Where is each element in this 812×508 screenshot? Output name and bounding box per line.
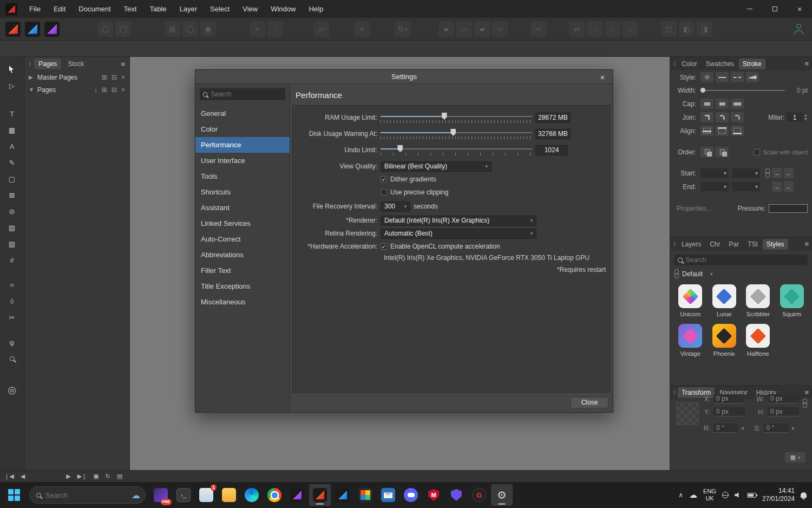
category-link-icon[interactable] (675, 269, 679, 278)
style-thumbnail[interactable] (678, 284, 702, 308)
undo-limit-slider[interactable] (381, 145, 532, 155)
add-master-page-icon[interactable]: ⊞ (102, 74, 107, 81)
style-item-phoenix[interactable]: Phoenix (708, 324, 742, 357)
taskbar-app-affinity-publisher[interactable] (309, 484, 331, 506)
tab-color[interactable]: Color (678, 58, 701, 69)
settings-nav-tools[interactable]: Tools (195, 168, 290, 184)
taskbar-app-affinity-designer[interactable] (332, 484, 353, 506)
style-item-unicorn[interactable]: Unicorn (673, 284, 708, 317)
menu-layer[interactable]: Layer (173, 0, 204, 18)
knife-tool-icon[interactable]: ✂ (5, 311, 19, 323)
photo-persona-icon[interactable] (44, 22, 60, 37)
delete-page-icon[interactable]: × (121, 86, 125, 94)
panel-grip-icon[interactable]: ‖ (29, 61, 31, 67)
volume-icon[interactable] (735, 492, 741, 498)
pressure-field[interactable] (769, 204, 808, 213)
toolbar-button-4[interactable]: ◯ (182, 21, 198, 37)
taskbar-search-box[interactable]: ☁ (29, 486, 146, 504)
ram-limit-slider[interactable] (381, 112, 532, 123)
end-swap-button[interactable]: → (772, 181, 782, 192)
join-round-button[interactable] (716, 112, 729, 122)
vector-crop-tool-icon[interactable]: # (5, 254, 19, 266)
taskbar-app-security-blue[interactable] (446, 484, 467, 506)
style-item-scribbler[interactable]: Scribbler (741, 284, 775, 317)
clock[interactable]: 14:41 27/01/2024 (762, 487, 795, 503)
tab-stock[interactable]: Stock (63, 58, 88, 69)
toolbar-button-17[interactable]: → (587, 21, 603, 37)
chevron-down-icon[interactable]: ▼ (29, 87, 37, 93)
next-page-icon[interactable]: ▶ (66, 473, 70, 480)
toolbar-button-9[interactable]: ≡ (354, 21, 370, 37)
settings-close-icon[interactable]: × (595, 70, 610, 84)
taskbar-app-settings[interactable]: ⚙ (491, 484, 513, 506)
menu-view[interactable]: View (236, 0, 264, 18)
shear-field[interactable]: 0 ° (764, 424, 789, 433)
toolbar-button-8[interactable]: ▭ (313, 21, 329, 37)
ellipse-tool-icon[interactable]: ⊘ (5, 205, 19, 217)
styles-category-select[interactable]: Default ▾ (682, 270, 713, 278)
tab-swatches[interactable]: Swatches (702, 58, 738, 69)
menu-text[interactable]: Text (117, 0, 143, 18)
taskbar-app-notifications-folder[interactable]: 1 (195, 484, 217, 506)
transform-options-button[interactable]: ▦▾ (785, 452, 806, 463)
link-start-end-icon[interactable] (765, 168, 770, 178)
style-thumbnail[interactable] (780, 284, 804, 308)
insert-pages-icon[interactable]: ↓ (94, 86, 97, 94)
designer-persona-icon[interactable] (25, 22, 40, 37)
taskbar-app-terminal[interactable]: ›_ (173, 484, 194, 506)
restore-button[interactable] (762, 0, 787, 18)
settings-nav-auto-correct[interactable]: Auto-Correct (195, 231, 290, 247)
settings-nav-title-exceptions[interactable]: Title Exceptions (195, 278, 290, 294)
toolbar-button-18[interactable]: ← (605, 21, 620, 37)
ram-limit-value[interactable]: 28672 MB (535, 113, 571, 123)
settings-nav-general[interactable]: General (195, 106, 290, 121)
taskbar-app-chrome[interactable] (264, 484, 285, 506)
stroke-dash-button[interactable] (731, 72, 744, 82)
language-indicator[interactable]: ENG UK (703, 488, 716, 502)
menu-select[interactable]: Select (204, 0, 236, 18)
order-front-button[interactable] (700, 147, 713, 157)
panel-grip-icon[interactable]: ‖ (673, 241, 676, 247)
delete-master-page-icon[interactable]: × (121, 74, 125, 81)
tab-chr[interactable]: Chr (706, 239, 724, 250)
spread-view-icon[interactable]: ▤ (117, 473, 122, 480)
align-center-button[interactable] (700, 126, 713, 136)
notification-center-icon[interactable] (801, 492, 807, 498)
node-tool-icon[interactable]: ▷ (5, 80, 19, 92)
fill-tool-icon[interactable]: ▧ (5, 222, 19, 233)
transparency-tool-icon[interactable]: ▨ (5, 238, 19, 250)
menu-table[interactable]: Table (143, 0, 173, 18)
style-item-halftone[interactable]: Halftone (741, 324, 775, 357)
network-icon[interactable] (722, 492, 729, 498)
settings-nav-shortcuts[interactable]: Shortcuts (195, 184, 290, 200)
end-flip-button[interactable]: ← (784, 181, 794, 192)
tab-layers[interactable]: Layers (678, 239, 705, 250)
tree-item-master-pages[interactable]: ▶ Master Pages ⊞ ⊟ × (24, 71, 129, 83)
first-page-icon[interactable]: ❘◀ (4, 473, 14, 480)
precise-clipping-checkbox[interactable] (381, 189, 387, 196)
toolbar-button-1[interactable]: ▢ (97, 21, 113, 37)
minimize-button[interactable] (737, 0, 762, 18)
style-item-lunar[interactable]: Lunar (708, 284, 742, 317)
panel-grip-icon[interactable]: ‖ (673, 61, 676, 67)
transform-panel-menu-icon[interactable]: ≡ (804, 388, 809, 396)
end-size-select[interactable]: ▾ (732, 182, 760, 191)
settings-nav-assistant[interactable]: Assistant (195, 200, 290, 216)
slider-thumb[interactable] (397, 145, 403, 152)
order-back-button[interactable] (716, 147, 729, 157)
toolbar-button-14[interactable]: ▱ (492, 21, 508, 37)
tree-item-pages[interactable]: ▼ Pages ↓ ⊞ ⊟ × (24, 83, 129, 96)
affinity-logo-icon[interactable] (5, 3, 17, 15)
stroke-width-slider[interactable] (700, 87, 785, 94)
panel-grip-icon[interactable]: ‖ (673, 389, 676, 395)
refresh-pages-icon[interactable]: ↻ (106, 473, 110, 480)
settings-nav-user-interface[interactable]: User Interface (195, 153, 290, 168)
scale-with-object-checkbox[interactable] (754, 149, 760, 155)
y-field[interactable]: 0 px (713, 407, 745, 416)
shear-dropdown-icon[interactable]: ▾ (792, 426, 795, 431)
styles-search-input[interactable] (686, 256, 804, 264)
disk-warning-value[interactable]: 32768 MB (535, 129, 571, 139)
taskbar-search-input[interactable] (45, 491, 125, 499)
color-selector-icon[interactable]: ◎ (5, 384, 19, 396)
join-bevel-button[interactable] (731, 112, 744, 122)
